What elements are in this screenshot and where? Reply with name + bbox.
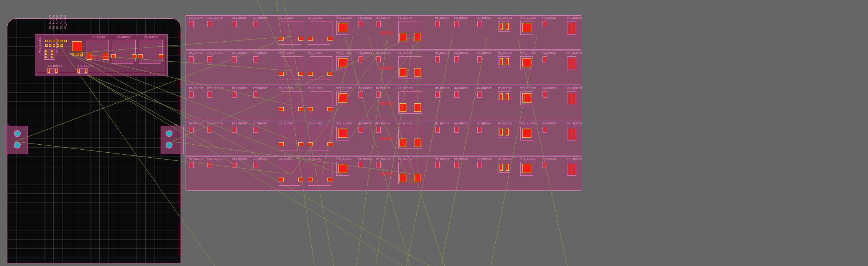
comp-c5_buck5[interactable] (279, 21, 303, 45)
comp-r11_buck4[interactable] (232, 56, 237, 62)
comp-r9_buck5[interactable] (189, 21, 194, 27)
comp-r6_buck1[interactable] (454, 162, 459, 168)
comp-vt1_buck2[interactable] (520, 127, 533, 140)
comp-r11_buck3[interactable] (232, 91, 237, 98)
comp-c4_buck5[interactable] (477, 21, 482, 27)
pad[interactable] (61, 44, 63, 47)
comp-r11_buck5[interactable] (232, 21, 237, 27)
pad[interactable] (45, 40, 48, 42)
pad[interactable] (85, 69, 87, 73)
comp-r9_buck1[interactable] (189, 162, 194, 168)
pad[interactable] (49, 40, 51, 42)
comp-r7_buck4[interactable] (376, 56, 381, 62)
pad[interactable] (45, 56, 47, 58)
comp-r5_buck1[interactable] (435, 162, 440, 168)
pad[interactable] (51, 56, 53, 58)
comp-c6_buck4[interactable] (308, 56, 332, 80)
pad[interactable] (53, 40, 55, 42)
pad[interactable] (64, 40, 67, 42)
comp-r8_buck5[interactable] (358, 21, 363, 27)
comp-c5_buck4[interactable] (279, 56, 303, 80)
comp-vt2_buck1[interactable] (336, 162, 349, 176)
pad[interactable] (132, 54, 136, 58)
comp-vin_buck5[interactable] (567, 21, 576, 35)
comp-c4_buck2[interactable] (477, 127, 482, 133)
comp-r6_buck5[interactable] (454, 21, 459, 27)
comp-c7_buck5[interactable] (253, 21, 258, 27)
pad[interactable] (77, 69, 80, 73)
room-buck4[interactable]: BUCK4R9_BUCK4R10_BUCK4R11_BUCK4C7_BUCK4C… (186, 51, 581, 85)
mount-x3[interactable] (161, 126, 184, 154)
comp-r9_buck2[interactable] (189, 127, 194, 133)
comp-r8_buck2[interactable] (358, 127, 363, 133)
comp-c7_buck3[interactable] (253, 91, 258, 98)
comp-vin_buck3[interactable] (567, 91, 576, 105)
comp-c7_buck4[interactable] (253, 56, 258, 62)
pad[interactable] (51, 50, 53, 52)
comp-vt2_buck3[interactable] (336, 91, 349, 105)
room-buck3[interactable]: BUCK3R9_BUCK3R10_BUCK3R11_BUCK3C7_BUCK3C… (186, 86, 581, 120)
comp-r4_buck4[interactable] (542, 56, 547, 62)
comp-c7_buck1[interactable] (253, 162, 258, 168)
pad[interactable] (49, 44, 51, 47)
comp-r7_buck2[interactable] (376, 127, 381, 133)
comp-c6-buck6[interactable] (139, 40, 163, 64)
comp-c5-buck6[interactable] (112, 40, 136, 64)
comp-r4_buck3[interactable] (542, 91, 547, 98)
comp-d5_buck2[interactable] (498, 127, 510, 137)
comp-r4_buck5[interactable] (542, 21, 547, 27)
room-buck2[interactable]: BUCK2R9_BUCK2R10_BUCK2R11_BUCK2C7_BUCK2C… (186, 121, 581, 155)
pad[interactable] (87, 53, 92, 60)
comp-vt2_buck4[interactable] (336, 56, 349, 70)
pad[interactable] (103, 53, 108, 60)
pad[interactable] (111, 54, 116, 58)
comp-vin_buck4[interactable] (567, 56, 576, 70)
comp-r7_buck5[interactable] (376, 21, 381, 27)
comp-r5_buck2[interactable] (435, 127, 440, 133)
pad[interactable] (61, 40, 63, 42)
pad[interactable] (51, 53, 53, 55)
pad[interactable] (76, 53, 79, 56)
comp-c6_buck3[interactable] (308, 91, 332, 115)
comp-c6_buck5[interactable] (308, 21, 332, 45)
comp-r6_buck3[interactable] (454, 91, 459, 98)
pcb-board-outline[interactable]: BUCK6 R2_BUCK6 R1_BUCK6 R4_BUCK6 C1_BUCK… (7, 18, 181, 263)
comp-vt1_buck3[interactable] (520, 91, 533, 105)
comp-c5_buck2[interactable] (279, 127, 303, 150)
comp-vin_buck1[interactable] (567, 162, 576, 176)
comp-vt2_buck2[interactable] (336, 127, 349, 140)
pad[interactable] (72, 53, 75, 56)
room-buck6[interactable]: BUCK6 R2_BUCK6 R1_BUCK6 R4_BUCK6 C1_BUCK… (35, 34, 168, 76)
comp-vt1_buck1[interactable] (520, 162, 533, 176)
comp-r7_buck1[interactable] (376, 162, 381, 168)
pad[interactable] (138, 54, 143, 58)
comp-c5_buck3[interactable] (279, 91, 303, 115)
pad[interactable] (80, 53, 83, 56)
comp-r10_buck2[interactable] (207, 127, 212, 133)
comp-c7_buck2[interactable] (253, 127, 258, 133)
comp-d5_buck1[interactable] (498, 162, 510, 173)
comp-r10_buck4[interactable] (207, 56, 212, 62)
comp-r5_buck4[interactable] (435, 56, 440, 62)
comp-r4_buck1[interactable] (542, 162, 547, 168)
comp-r8_buck3[interactable] (358, 91, 363, 98)
comp-r8_buck4[interactable] (358, 56, 363, 62)
comp-c5_buck1[interactable] (279, 162, 303, 186)
comp-d5_buck3[interactable] (498, 91, 510, 102)
pad[interactable] (55, 69, 58, 73)
pad[interactable] (159, 54, 163, 58)
comp-l1_buck3[interactable] (398, 91, 422, 114)
comp-r7_buck3[interactable] (376, 91, 381, 98)
comp-vt-buck6[interactable] (72, 41, 82, 51)
comp-r5_buck3[interactable] (435, 91, 440, 98)
comp-c6_buck1[interactable] (308, 162, 332, 186)
mount-x1[interactable] (5, 126, 28, 154)
comp-r9_buck4[interactable] (189, 56, 194, 62)
comp-r10_buck3[interactable] (207, 91, 212, 98)
room-buck5[interactable]: BUCK5R9_BUCK5R10_BUCK5R11_BUCK5C7_BUCK5C… (186, 15, 581, 50)
comp-l1_buck4[interactable] (398, 56, 422, 78)
comp-r6_buck2[interactable] (454, 127, 459, 133)
room-buck1[interactable]: BUCK1R9_BUCK1R10_BUCK1R11_BUCK1C7_BUCK1C… (186, 156, 581, 191)
comp-vin_buck2[interactable] (567, 127, 576, 140)
pad[interactable] (48, 69, 50, 73)
